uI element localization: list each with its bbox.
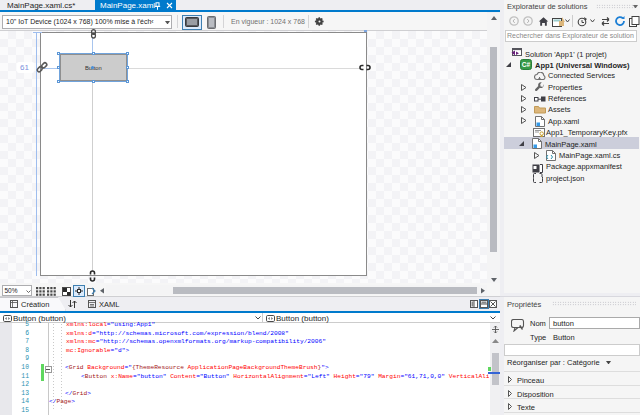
- svg-text:C#: C#: [522, 61, 531, 68]
